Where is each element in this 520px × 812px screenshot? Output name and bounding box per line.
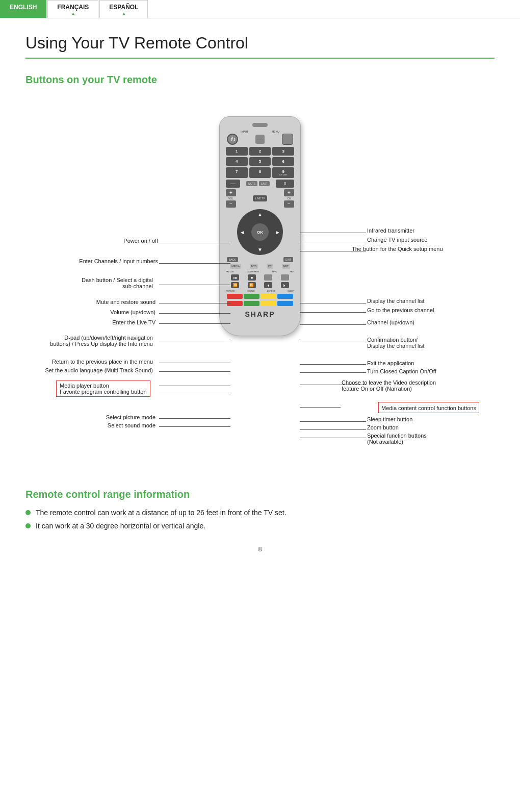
label-ir: Infrared transmitter (367, 227, 479, 234)
btn-empty2[interactable] (281, 274, 289, 281)
mute-button[interactable]: MUTE (246, 181, 257, 186)
btn-rewind[interactable]: ⏪ (231, 282, 239, 288)
label-channels: Enter Channels / input numbers (46, 258, 158, 264)
page-content: Using Your TV Remote Control Buttons on … (0, 18, 520, 568)
cc-button[interactable]: CC (267, 264, 273, 269)
section1-heading: Buttons on your TV remote (25, 74, 495, 86)
line-sleep (300, 421, 366, 422)
fav-plus-label: FAV+ (272, 270, 277, 273)
tab-francais[interactable]: FRANÇAIS ▲ (47, 0, 98, 18)
btn-6[interactable]: 6 (272, 157, 294, 166)
language-tabs: ENGLISH FRANÇAIS ▲ ESPAÑOL ▲ (0, 0, 520, 18)
blue-button2[interactable] (277, 301, 293, 306)
yellow-button[interactable] (261, 294, 276, 299)
bullet-list: The remote control can work at a distanc… (25, 509, 495, 530)
dpad-left[interactable]: ◄ (240, 230, 245, 235)
blue-button[interactable] (277, 294, 293, 299)
btn-next[interactable]: ⏵ (281, 282, 289, 288)
line-zoom (300, 429, 366, 430)
btn-2[interactable]: 2 (249, 147, 271, 156)
live-tv-button[interactable]: LIVE TV (253, 195, 268, 201)
label-power: Power on / off (56, 238, 158, 244)
tab-english[interactable]: ENGLISH (0, 0, 46, 18)
picture-label: PICTURE (226, 290, 235, 292)
vol-up[interactable]: + (226, 189, 236, 196)
color-buttons-row2 (225, 301, 295, 306)
nrt-button[interactable]: NRT (282, 264, 290, 269)
line-exit-app (300, 364, 366, 365)
dpad-up[interactable]: ▲ (257, 212, 263, 217)
btn-empty1[interactable] (264, 274, 272, 281)
btn-stop[interactable]: ■ (248, 274, 256, 281)
ch-label: CH (287, 197, 291, 200)
line-livetv (159, 323, 230, 324)
line-ch-updown (300, 324, 366, 325)
btn-3[interactable]: 3 (272, 147, 294, 156)
back-exit-row: BACK EXIT (225, 257, 295, 262)
dash-button[interactable]: — (226, 180, 240, 188)
exit-button[interactable]: EXIT (283, 257, 293, 262)
btn-9-chlist[interactable]: 9CH LIST (272, 167, 294, 178)
ok-button[interactable]: OK (251, 223, 269, 241)
dpad[interactable]: ▲ ▼ ◄ ► OK (237, 209, 283, 255)
back-button[interactable]: BACK (227, 257, 238, 262)
number-grid: 1 2 3 4 5 6 7 8 9CH LIST (225, 147, 295, 178)
power-button[interactable]: ⏻ (227, 134, 238, 145)
label-back: Return to the previous place in the menu (38, 359, 153, 365)
ch-down[interactable]: − (284, 200, 294, 208)
line-sound (159, 426, 230, 427)
media-content-highlight: Media content control function buttons (378, 402, 479, 413)
label-picture: Select picture mode (69, 414, 155, 420)
sound-label: SOUND (247, 290, 254, 292)
sleep-label: SLEEP (288, 290, 294, 292)
btn-4[interactable]: 4 (226, 157, 248, 166)
vol-down[interactable]: − (226, 200, 236, 208)
bullet-dot-2 (25, 523, 31, 528)
dpad-down[interactable]: ▼ (257, 247, 263, 252)
bullet-item-2: It can work at a 30 degree horizontal or… (25, 522, 495, 530)
bullet-text-1: The remote control can work at a distanc… (36, 509, 287, 517)
line-mts (159, 371, 230, 372)
dots-button[interactable]: · · · (255, 135, 265, 144)
label-sleep: Sleep timer button (367, 416, 479, 422)
btn-skip-prev[interactable]: ⏮ (231, 274, 239, 281)
green-button[interactable] (244, 294, 259, 299)
remote-body: INPUT MENU ⏻ · · · 1 2 3 4 5 6 7 (219, 116, 301, 336)
dpad-right[interactable]: ► (275, 230, 280, 235)
yellow-button2[interactable] (261, 301, 276, 306)
line-power (159, 243, 230, 243)
btn-8[interactable]: 8 (249, 167, 271, 178)
label-quick-menu: The button for the Quick setup menu (352, 246, 479, 252)
line-media-content (300, 407, 341, 408)
tab-espanol[interactable]: ESPAÑOL ▲ (99, 0, 148, 18)
line-picture (159, 418, 230, 419)
btn-0[interactable]: 0 (276, 180, 294, 188)
ch-up[interactable]: + (284, 189, 294, 196)
btn-5[interactable]: 5 (249, 157, 271, 166)
label-narration: Choose to leave the Video descriptionfea… (342, 379, 479, 392)
btn-prev[interactable]: ⏴ (264, 282, 272, 288)
line-dash (159, 285, 230, 285)
label-sound-mode: Select sound mode (74, 422, 155, 428)
mts-button[interactable]: MTS (250, 264, 258, 269)
line-mute (159, 303, 230, 303)
last-button[interactable]: LAST (259, 181, 270, 186)
fav-minus-label: FAV- (290, 270, 294, 273)
diagram-area: INPUT MENU ⏻ · · · 1 2 3 4 5 6 7 (25, 101, 495, 468)
tab-francais-label: FRANÇAIS (57, 4, 89, 11)
green-button2[interactable] (244, 301, 259, 306)
btn-fast-fwd[interactable]: ⏩ (248, 282, 256, 288)
red-button2[interactable] (227, 301, 243, 306)
media-button[interactable]: MEDIA (230, 264, 241, 269)
vol-ch-row: + VOL − LIVE TV + CH − (225, 189, 295, 208)
label-special: Special function buttons(Not available) (367, 433, 479, 445)
label-input-src: Change TV input source (367, 237, 479, 243)
line-prev-ch (300, 312, 366, 313)
btn-1[interactable]: 1 (226, 147, 248, 156)
red-button[interactable] (227, 294, 243, 299)
section2: Remote control range information The rem… (25, 489, 495, 530)
menu-button[interactable] (282, 134, 293, 145)
menu-label: MENU (272, 130, 279, 133)
btn-7[interactable]: 7 (226, 167, 248, 178)
top-button-row: ⏻ · · · (225, 134, 295, 145)
